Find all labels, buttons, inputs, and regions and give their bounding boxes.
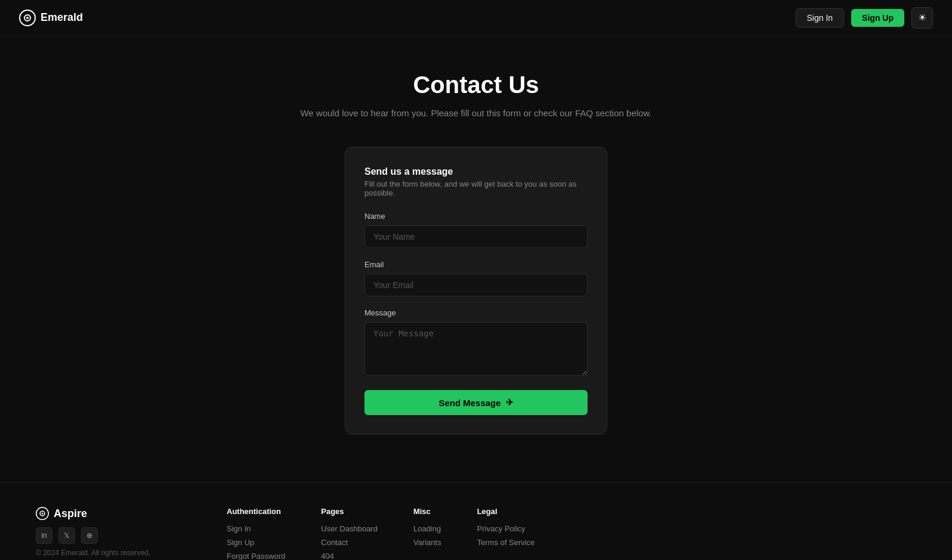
footer-col-misc-title: Misc (413, 507, 441, 516)
discord-icon[interactable]: ⊕ (81, 527, 98, 544)
footer-top: Aspire in 𝕏 ⊕ © 2024 Emerald. All rights… (36, 507, 916, 560)
footer-link-contact[interactable]: Contact (321, 538, 378, 547)
twitter-icon[interactable]: 𝕏 (58, 527, 75, 544)
footer-socials: in 𝕏 ⊕ (36, 527, 179, 544)
name-input[interactable] (364, 225, 588, 248)
footer-col-pages: Pages User Dashboard Contact 404 (321, 507, 378, 560)
navbar: Emerald Sign In Sign Up ☀ (0, 0, 952, 36)
theme-toggle-button[interactable]: ☀ (911, 7, 933, 29)
footer-col-legal: Legal Privacy Policy Terms of Service (477, 507, 535, 560)
footer: Aspire in 𝕏 ⊕ © 2024 Emerald. All rights… (0, 482, 952, 560)
svg-point-2 (26, 17, 29, 19)
send-label: Send Message (438, 398, 500, 408)
name-label: Name (364, 212, 588, 221)
footer-col-legal-title: Legal (477, 507, 535, 516)
footer-link-variants[interactable]: Variants (413, 538, 441, 547)
svg-point-5 (41, 512, 43, 514)
footer-link-privacypolicy[interactable]: Privacy Policy (477, 524, 535, 533)
message-textarea[interactable] (364, 322, 588, 376)
form-card-title: Send us a message (364, 166, 588, 177)
footer-copyright: © 2024 Emerald. All rights reserved. (36, 549, 179, 557)
email-field-group: Email (364, 260, 588, 296)
email-label: Email (364, 260, 588, 269)
footer-logo-icon (36, 507, 49, 520)
name-field-group: Name (364, 212, 588, 248)
nav-logo-text: Emerald (41, 11, 83, 24)
footer-col-misc: Misc Loading Variants (413, 507, 441, 560)
send-icon: ✈ (506, 397, 514, 408)
form-card-subtitle: Fill out the form below, and we will get… (364, 180, 588, 197)
signin-button[interactable]: Sign In (796, 8, 845, 27)
footer-col-authentication-title: Authentication (227, 507, 285, 516)
signup-button[interactable]: Sign Up (851, 9, 904, 27)
footer-links: Authentication Sign In Sign Up Forgot Pa… (227, 507, 916, 560)
footer-link-termsofservice[interactable]: Terms of Service (477, 538, 535, 547)
page-subtitle: We would love to hear from you. Please f… (300, 108, 651, 118)
footer-link-signin[interactable]: Sign In (227, 524, 285, 533)
main-content: Contact Us We would love to hear from yo… (0, 36, 952, 482)
send-message-button[interactable]: Send Message ✈ (364, 390, 588, 415)
footer-link-forgotpassword[interactable]: Forgot Password (227, 552, 285, 560)
footer-link-userdashboard[interactable]: User Dashboard (321, 524, 378, 533)
message-field-group: Message (364, 308, 588, 378)
footer-logo: Aspire (36, 507, 179, 520)
contact-form-card: Send us a message Fill out the form belo… (345, 147, 607, 435)
footer-link-404[interactable]: 404 (321, 552, 378, 560)
logo-icon (19, 10, 36, 26)
footer-link-loading[interactable]: Loading (413, 524, 441, 533)
footer-link-signup[interactable]: Sign Up (227, 538, 285, 547)
footer-col-authentication: Authentication Sign In Sign Up Forgot Pa… (227, 507, 285, 560)
nav-logo: Emerald (19, 10, 83, 26)
nav-actions: Sign In Sign Up ☀ (796, 7, 933, 29)
page-title: Contact Us (413, 72, 539, 98)
theme-icon: ☀ (918, 12, 926, 23)
message-label: Message (364, 308, 588, 317)
footer-logo-text: Aspire (54, 508, 87, 520)
footer-col-pages-title: Pages (321, 507, 378, 516)
linkedin-icon[interactable]: in (36, 527, 52, 544)
email-input[interactable] (364, 274, 588, 296)
footer-brand: Aspire in 𝕏 ⊕ © 2024 Emerald. All rights… (36, 507, 179, 560)
